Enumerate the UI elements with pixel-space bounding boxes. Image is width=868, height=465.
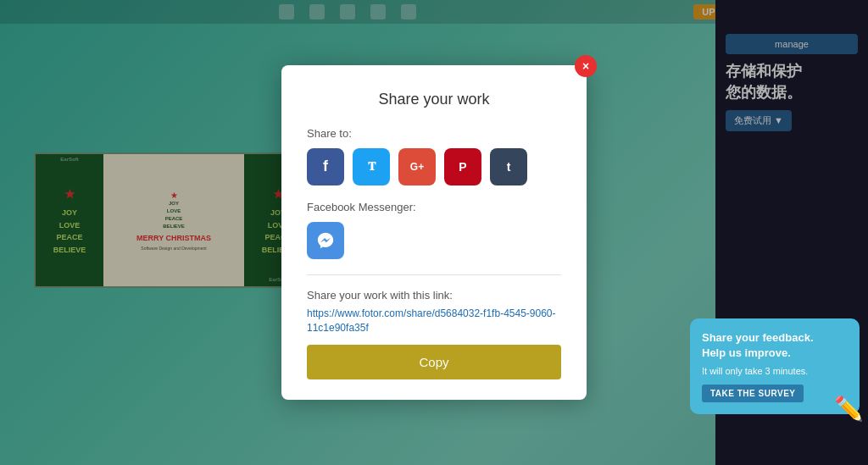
messenger-share-button[interactable] (307, 222, 344, 259)
twitter-share-button[interactable]: 𝐓 (353, 148, 390, 185)
pencil-icon: ✏️ (834, 395, 864, 423)
social-icons: f 𝐓 G+ P t (307, 148, 561, 185)
share-to-label: Share to: (307, 127, 561, 140)
modal-title: Share your work (307, 91, 561, 108)
divider (307, 274, 561, 275)
take-survey-button[interactable]: TAKE THE SURVEY (702, 385, 804, 402)
share-modal: × Share your work Share to: f 𝐓 G+ P t F… (281, 65, 587, 401)
feedback-bubble: Share your feedback. Help us improve. It… (690, 318, 860, 414)
feedback-subtitle: It will only take 3 minutes. (702, 366, 848, 376)
pinterest-share-button[interactable]: P (444, 148, 481, 185)
messenger-section: Facebook Messenger: (307, 201, 561, 259)
modal-close-button[interactable]: × (575, 55, 597, 77)
link-label: Share your work with this link: (307, 289, 561, 302)
messenger-label: Facebook Messenger: (307, 201, 561, 213)
tumblr-share-button[interactable]: t (490, 148, 527, 185)
feedback-title: Share your feedback. Help us improve. (702, 330, 848, 361)
facebook-share-button[interactable]: f (307, 148, 344, 185)
copy-button[interactable]: Copy (307, 345, 561, 379)
google-share-button[interactable]: G+ (398, 148, 436, 185)
share-link[interactable]: https://www.fotor.com/share/d5684032-f1f… (307, 307, 561, 335)
